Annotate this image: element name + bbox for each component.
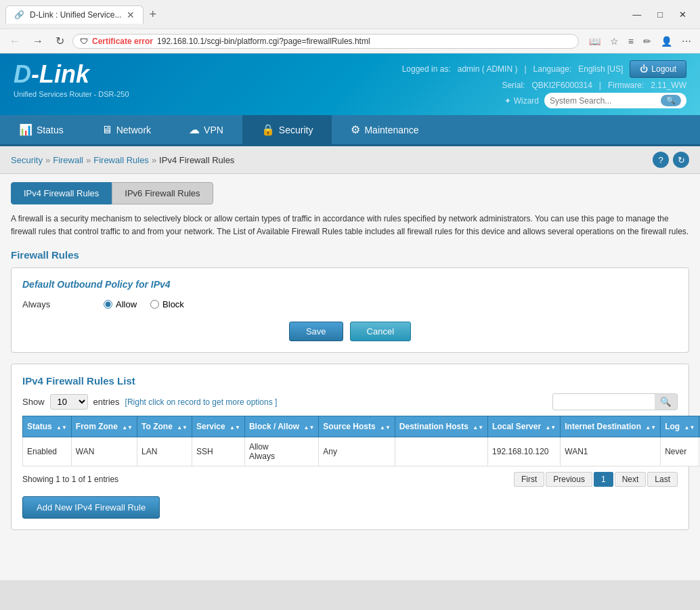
- radio-allow-label: Allow: [116, 299, 137, 309]
- tab-close-icon[interactable]: ✕: [127, 9, 135, 20]
- firmware-value: 2.11_WW: [651, 81, 686, 90]
- minimize-button[interactable]: —: [624, 4, 649, 24]
- system-search-button[interactable]: 🔍: [661, 95, 681, 106]
- col-source-hosts[interactable]: Source Hosts ▲▼: [319, 416, 395, 437]
- sort-source-hosts[interactable]: ▲▼: [380, 425, 391, 431]
- security-nav-icon: 🔒: [261, 123, 275, 136]
- cell-block-allow: AllowAlways: [244, 437, 318, 466]
- status-icon: 📊: [19, 123, 32, 136]
- col-service[interactable]: Service ▲▼: [192, 416, 245, 437]
- radio-block-input[interactable]: [150, 300, 159, 309]
- next-page-button[interactable]: Next: [615, 472, 647, 487]
- col-to-zone[interactable]: To Zone ▲▼: [137, 416, 192, 437]
- cancel-button[interactable]: Cancel: [350, 322, 411, 341]
- logout-button[interactable]: ⏻ Logout: [630, 60, 686, 78]
- tab-ipv6[interactable]: IPv6 Firewall Rules: [112, 182, 213, 204]
- table-search-button[interactable]: 🔍: [655, 394, 677, 410]
- sort-log[interactable]: ▲▼: [684, 425, 695, 431]
- nav-network-label: Network: [116, 125, 151, 135]
- radio-block-label: Block: [162, 299, 184, 309]
- back-button[interactable]: ←: [5, 34, 24, 49]
- table-search[interactable]: 🔍: [552, 393, 678, 410]
- cell-internet-dest: WAN1: [561, 437, 661, 466]
- nav-vpn-label: VPN: [204, 125, 223, 135]
- forward-button[interactable]: →: [28, 34, 47, 49]
- maximize-button[interactable]: □: [649, 4, 671, 24]
- system-search-bar[interactable]: 🔍: [544, 93, 686, 108]
- browser-tab[interactable]: 🔗 D-Link : Unified Service... ✕: [5, 5, 144, 24]
- cell-status: Enabled: [23, 437, 72, 466]
- address-bar[interactable]: 🛡 Certificate error 192.168.10.1/scgi-bi…: [72, 34, 579, 49]
- sort-service[interactable]: ▲▼: [229, 425, 240, 431]
- reader-button[interactable]: 📖: [586, 35, 604, 48]
- menu-button[interactable]: ≡: [625, 35, 637, 48]
- nav-status-label: Status: [37, 125, 64, 135]
- radio-allow-input[interactable]: [104, 300, 112, 309]
- add-rule-button[interactable]: Add New IPv4 Firewall Rule: [22, 496, 160, 519]
- table-note: [Right click on record to get more optio…: [125, 397, 278, 407]
- user-info: Logged in as: admin ( ADMIN ) | Language…: [402, 60, 686, 78]
- col-internet-dest[interactable]: Internet Destination ▲▼: [561, 416, 661, 437]
- col-status[interactable]: Status ▲▼: [23, 416, 72, 437]
- page-description: A firewall is a security mechanism to se…: [11, 213, 689, 238]
- breadcrumb-bar: Security » Firewall » Firewall Rules » I…: [0, 146, 700, 174]
- nav-status[interactable]: 📊 Status: [0, 115, 83, 144]
- tabs: IPv4 Firewall Rules IPv6 Firewall Rules: [11, 182, 689, 204]
- browser-window: 🔗 D-Link : Unified Service... ✕ + — □ ✕ …: [0, 0, 700, 580]
- last-page-button[interactable]: Last: [647, 472, 678, 487]
- breadcrumb-firewall-rules[interactable]: Firewall Rules: [93, 155, 149, 165]
- nav-vpn[interactable]: ☁ VPN: [170, 115, 242, 144]
- new-tab-button[interactable]: +: [144, 7, 162, 22]
- sort-to-zone[interactable]: ▲▼: [177, 425, 188, 431]
- bookmark-button[interactable]: ☆: [607, 35, 622, 48]
- help-button[interactable]: ?: [653, 152, 669, 168]
- nav-security[interactable]: 🔒 Security: [242, 115, 332, 144]
- nav-network[interactable]: 🖥 Network: [83, 115, 170, 144]
- logo-subtitle: Unified Services Router - DSR-250: [14, 90, 129, 98]
- sort-status[interactable]: ▲▼: [56, 425, 67, 431]
- more-button[interactable]: ⋯: [678, 35, 695, 48]
- radio-block[interactable]: Block: [150, 299, 184, 309]
- policy-always-label: Always: [22, 299, 76, 309]
- first-page-button[interactable]: First: [514, 472, 544, 487]
- current-page-button[interactable]: 1: [594, 472, 613, 487]
- sort-local-server[interactable]: ▲▼: [545, 425, 556, 431]
- sort-from-zone[interactable]: ▲▼: [122, 425, 133, 431]
- sort-block-allow[interactable]: ▲▼: [303, 425, 314, 431]
- sep1: »: [45, 155, 50, 165]
- col-dest-hosts[interactable]: Destination Hosts ▲▼: [395, 416, 487, 437]
- site-header: D-Link Unified Services Router - DSR-250…: [0, 53, 700, 115]
- sort-dest-hosts[interactable]: ▲▼: [473, 425, 483, 431]
- sort-internet-dest[interactable]: ▲▼: [645, 425, 656, 431]
- breadcrumb-firewall[interactable]: Firewall: [53, 155, 83, 165]
- breadcrumb-security[interactable]: Security: [11, 155, 43, 165]
- col-log[interactable]: Log ▲▼: [661, 416, 699, 437]
- col-from-zone[interactable]: From Zone ▲▼: [71, 416, 137, 437]
- network-icon: 🖥: [102, 124, 112, 136]
- serial-info: Serial: QBKI2F6000314 | Firmware: 2.11_W…: [502, 81, 686, 90]
- wizard-icon: ✦: [504, 96, 511, 106]
- table-search-input[interactable]: [553, 395, 655, 409]
- cell-local-server: 192.168.10.120: [488, 437, 561, 466]
- radio-allow[interactable]: Allow: [104, 299, 137, 309]
- col-local-server[interactable]: Local Server ▲▼: [488, 416, 561, 437]
- cell-service: SSH: [192, 437, 245, 466]
- refresh-page-button[interactable]: ↻: [673, 152, 689, 168]
- entries-label: entries: [93, 397, 120, 407]
- save-button[interactable]: Save: [289, 322, 343, 341]
- refresh-button[interactable]: ↻: [51, 33, 68, 49]
- profile-button[interactable]: 👤: [657, 35, 676, 48]
- table-row[interactable]: Enabled WAN LAN SSH AllowAlways Any 192.…: [23, 437, 701, 466]
- nav-maintenance[interactable]: ⚙ Maintenance: [332, 115, 437, 144]
- close-button[interactable]: ✕: [671, 4, 695, 24]
- tab-ipv4[interactable]: IPv4 Firewall Rules: [11, 182, 112, 204]
- policy-radio-group: Allow Block: [104, 299, 184, 309]
- entries-select[interactable]: 10 25 50 100: [50, 394, 88, 410]
- tools-button[interactable]: ✏: [640, 35, 655, 48]
- nav-icon-group: 📖 ☆ ≡ ✏ 👤 ⋯: [586, 35, 695, 48]
- table-card: IPv4 Firewall Rules List Show 10 25 50 1…: [11, 364, 689, 530]
- system-search-input[interactable]: [550, 96, 658, 106]
- col-block-allow[interactable]: Block / Allow ▲▼: [244, 416, 318, 437]
- wizard-link[interactable]: ✦ Wizard: [504, 96, 539, 106]
- previous-page-button[interactable]: Previous: [546, 472, 592, 487]
